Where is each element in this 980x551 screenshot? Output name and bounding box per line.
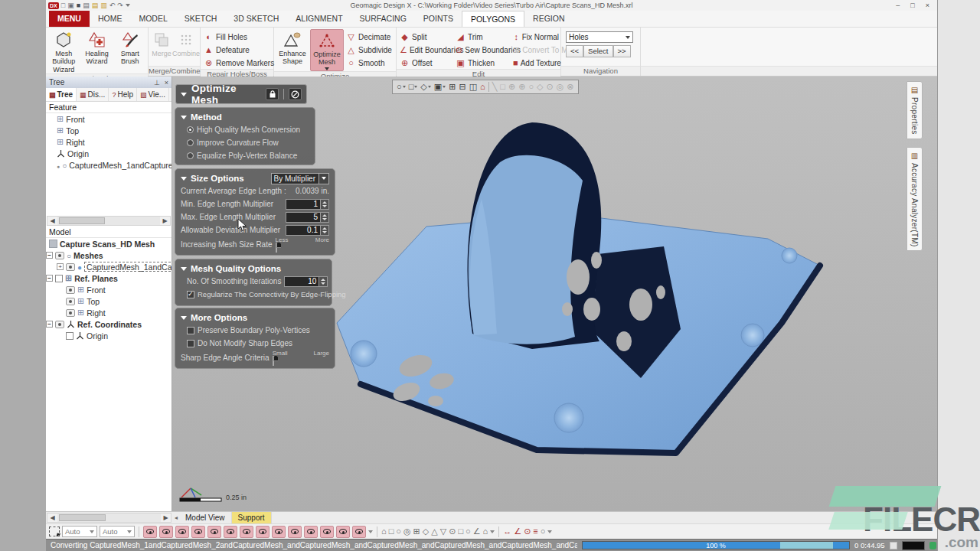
tab-accuracy-analyzer[interactable]: ▥ Accuracy Analyzer(TM) — [906, 147, 923, 252]
tab-region[interactable]: REGION — [524, 11, 573, 27]
feature-item-origin[interactable]: Origin — [46, 148, 172, 159]
collapse-icon[interactable]: − — [46, 321, 53, 328]
preserve-boundary-row[interactable]: Preserve Boundary Poly-Vertices — [181, 324, 329, 337]
healing-wizard-button[interactable]: Healing Wizard — [80, 29, 113, 73]
visibility-eye-icon[interactable] — [55, 321, 64, 328]
minimize-button[interactable]: – — [896, 2, 900, 9]
tab-support[interactable]: Support — [232, 512, 272, 523]
show-surfaces-icon[interactable] — [207, 526, 221, 538]
view-iso-icon[interactable]: ○ — [466, 527, 471, 536]
tab-model-view[interactable]: Model View — [179, 512, 232, 523]
model-item-ref-planes[interactable]: − Ref. Planes — [46, 272, 172, 284]
confirm-lock-button[interactable] — [266, 88, 279, 100]
open-folder-icon[interactable]: ▤ — [92, 2, 99, 9]
view-tab-scroll-icon[interactable]: ◂ — [173, 514, 179, 521]
measure-distance-icon[interactable]: ↔ — [503, 527, 511, 536]
panel-horizontal-scrollbar[interactable]: ◀ ▶ — [47, 513, 172, 523]
visibility-eye-icon[interactable] — [55, 252, 64, 259]
max-edge-multiplier-input[interactable]: 5 — [286, 212, 329, 223]
import-icon[interactable]: ▣ — [67, 2, 74, 9]
feature-item-front[interactable]: Front — [46, 113, 172, 125]
scroll-right-icon[interactable]: ▶ — [161, 514, 171, 521]
view-home-icon[interactable]: ⌂ — [381, 527, 387, 536]
merge-button[interactable]: Merge — [150, 29, 173, 66]
navigate-next-button[interactable]: >> — [613, 45, 631, 57]
visibility-eye-icon[interactable] — [66, 298, 75, 305]
scroll-right-icon[interactable]: ▶ — [160, 217, 170, 224]
mesh-quality-title[interactable]: Mesh Quality Options — [181, 262, 326, 275]
view-zoom-out-icon[interactable]: ▽ — [440, 527, 446, 536]
mesh-size-rate-slider[interactable]: Less More — [276, 236, 329, 252]
tab-home[interactable]: HOME — [90, 11, 131, 27]
view-zoom-in-icon[interactable]: △ — [431, 527, 437, 536]
selection-filter-select-1[interactable]: Auto — [62, 526, 97, 537]
tab-3d-sketch[interactable]: 3D SKETCH — [225, 11, 287, 27]
scrollbar-thumb[interactable] — [59, 514, 106, 521]
close-icon[interactable]: × — [165, 79, 168, 86]
tab-model[interactable]: MODEL — [130, 11, 175, 27]
cancel-button[interactable] — [289, 88, 302, 100]
selection-filter-select-2[interactable]: Auto — [100, 526, 135, 537]
save-icon[interactable]: ■ — [77, 2, 80, 9]
radio-selected-icon[interactable] — [187, 126, 194, 133]
show-bodies-icon[interactable] — [143, 526, 157, 538]
checkbox-checked-icon[interactable] — [187, 291, 194, 298]
shading-mode-icon[interactable]: ○ — [397, 83, 406, 91]
tab-sketch[interactable]: SKETCH — [176, 11, 226, 27]
remove-markers-button[interactable]: ⊗ Remove Markers — [202, 57, 276, 69]
allowable-deviation-input[interactable]: 0.1 — [286, 225, 329, 236]
model-item-origin[interactable]: Origin — [46, 330, 172, 341]
selected-item-label[interactable]: CapturedMesh_1andCap — [84, 262, 172, 272]
optimize-mesh-panel-header[interactable]: Optimize Mesh — [175, 84, 307, 104]
defeature-button[interactable]: ▲ Defeature — [202, 44, 276, 56]
tab-menu[interactable]: MENU — [49, 11, 90, 27]
model-item-captured-mesh[interactable]: + CapturedMesh_1andCap — [46, 261, 172, 272]
display-mode-icon[interactable]: ◇ — [420, 83, 430, 91]
restore-button[interactable]: □ — [910, 2, 914, 9]
model-item-front[interactable]: Front — [46, 284, 172, 295]
size-options-title[interactable]: Size Options By Multiplier — [181, 172, 329, 184]
model-item-top[interactable]: Top — [46, 295, 172, 307]
checkbox[interactable] — [66, 332, 74, 340]
feature-item-captured-mesh[interactable]: CapturedMesh_1andCapture — [46, 159, 172, 171]
method-option-equalize[interactable]: Equalize Poly-Vertex Balance — [181, 149, 309, 162]
tab-help[interactable]: ? Help — [109, 88, 137, 101]
scroll-left-icon[interactable]: ◀ — [47, 514, 57, 521]
quick-access-dropdown-icon[interactable] — [126, 4, 130, 7]
show-sketches-icon[interactable] — [224, 526, 237, 538]
show-meshes-icon[interactable] — [159, 526, 173, 538]
view-fit-icon[interactable]: ⊙ — [449, 527, 456, 536]
paint-select-icon[interactable]: ⊙ — [547, 83, 554, 91]
feature-item-right[interactable]: Right — [46, 136, 172, 148]
measure-mesh-deviation-icon[interactable]: ○ — [541, 527, 546, 536]
more-visibility-dropdown-icon[interactable] — [368, 530, 373, 533]
radio-icon[interactable] — [187, 152, 194, 159]
min-edge-multiplier-input[interactable]: 1 — [286, 199, 329, 210]
show-annotations-icon[interactable] — [256, 526, 270, 538]
undo-icon[interactable]: ↶ — [109, 2, 116, 9]
navigate-prev-button[interactable]: << — [566, 45, 583, 57]
show-3d-sketches-icon[interactable] — [240, 526, 253, 538]
convert-to-mesh-button[interactable]: ⊞ Convert To Mesh — [511, 44, 560, 56]
sew-boundaries-button[interactable]: ⊙ Sew Boundaries — [454, 44, 511, 56]
show-curves-icon[interactable] — [320, 526, 334, 538]
regularize-connectivity-row[interactable]: Regularize The Connectivity By Edge-Flip… — [181, 288, 326, 301]
visibility-eye-icon[interactable] — [66, 309, 75, 317]
tree-horizontal-scrollbar[interactable]: ◀ ▶ — [47, 216, 171, 226]
model-item-meshes[interactable]: − Meshes — [46, 249, 172, 261]
redo-icon[interactable]: ↷ — [117, 2, 123, 9]
expand-icon[interactable]: + — [57, 263, 64, 270]
enhance-shape-button[interactable]: Enhance Shape — [276, 29, 309, 71]
plane-view-icon[interactable]: ⊞ — [449, 83, 456, 91]
spinner-arrows-icon[interactable] — [319, 276, 328, 287]
feature-item-top[interactable]: Top — [46, 125, 172, 136]
visibility-eye-icon[interactable] — [66, 286, 75, 294]
selection-mode-icon[interactable] — [49, 527, 60, 536]
view-reset-icon[interactable]: ⌂ — [483, 527, 488, 536]
print-icon[interactable]: ▤ — [83, 2, 90, 9]
add-texture-button[interactable]: ■ Add Texture — [511, 57, 560, 69]
view-dropdown-icon[interactable] — [490, 530, 495, 533]
deselect-icon[interactable]: ⊗ — [567, 83, 573, 91]
measure-angle-icon[interactable]: ∠ — [514, 527, 521, 536]
spinner-arrows-icon[interactable] — [321, 199, 329, 210]
